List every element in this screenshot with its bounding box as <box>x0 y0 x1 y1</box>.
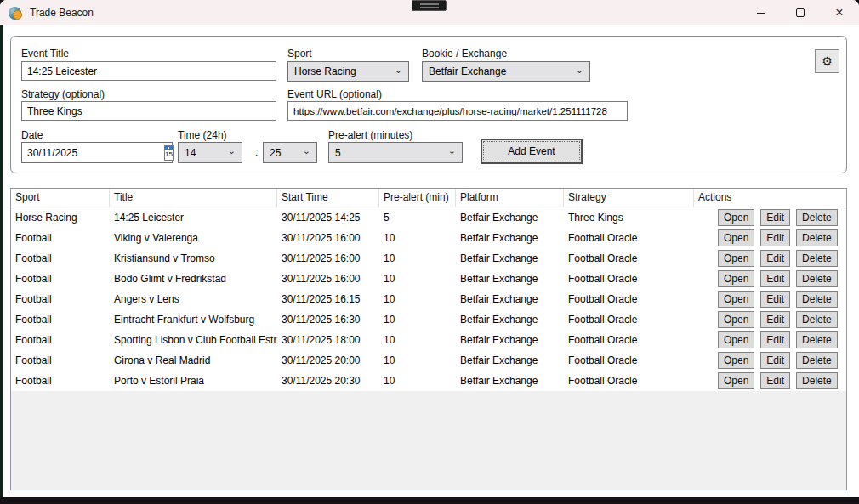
cell-prealert: 10 <box>379 334 456 346</box>
prealert-label: Pre-alert (minutes) <box>328 129 412 141</box>
column-header-strategy[interactable]: Strategy <box>564 189 694 207</box>
screen-share-handle[interactable] <box>412 0 447 11</box>
edit-button[interactable]: Edit <box>760 250 790 267</box>
cell-strategy: Football Oracle <box>564 375 694 387</box>
cell-title: Kristiansund v Tromso <box>110 252 277 264</box>
cell-actions: Open Edit Delete <box>694 248 846 269</box>
open-button[interactable]: Open <box>718 372 754 389</box>
delete-button[interactable]: Delete <box>796 352 838 369</box>
cell-platform: Betfair Exchange <box>456 273 564 285</box>
bookie-select[interactable]: Betfair Exchange ⌄ <box>422 61 590 82</box>
edit-button[interactable]: Edit <box>760 331 790 348</box>
column-header-prealert[interactable]: Pre-alert (min) <box>379 189 456 207</box>
cell-platform: Betfair Exchange <box>456 354 564 366</box>
cell-sport: Football <box>11 293 110 305</box>
table-row: Football Sporting Lisbon v Club Football… <box>11 330 846 350</box>
delete-button[interactable]: Delete <box>796 250 838 267</box>
cell-actions: Open Edit Delete <box>694 289 846 309</box>
edit-button[interactable]: Edit <box>760 291 790 308</box>
hour-select[interactable]: 14 ⌄ <box>178 142 242 163</box>
table-row: Football Angers v Lens 30/11/2025 16:15 … <box>11 289 846 309</box>
column-header-title[interactable]: Title <box>110 189 277 207</box>
column-header-platform[interactable]: Platform <box>456 189 564 207</box>
date-input[interactable] <box>22 143 164 162</box>
edit-button[interactable]: Edit <box>760 311 790 328</box>
column-header-start-time[interactable]: Start Time <box>277 189 379 207</box>
cell-sport: Football <box>11 354 110 366</box>
delete-button[interactable]: Delete <box>796 209 838 226</box>
delete-button[interactable]: Delete <box>796 270 838 287</box>
table-row: Football Eintracht Frankfurt v Wolfsburg… <box>11 309 846 330</box>
delete-button[interactable]: Delete <box>796 311 838 328</box>
chevron-down-icon: ⌄ <box>448 146 456 156</box>
cell-title: Viking v Valerenga <box>110 232 277 244</box>
add-event-button[interactable]: Add Event <box>481 139 583 164</box>
cell-actions: Open Edit Delete <box>694 330 846 350</box>
strategy-label: Strategy (optional) <box>21 88 105 100</box>
maximize-button[interactable] <box>781 0 820 25</box>
cell-start-time: 30/11/2025 16:30 <box>277 314 379 326</box>
prealert-select-value: 5 <box>335 147 341 159</box>
cell-start-time: 30/11/2025 16:00 <box>277 273 379 285</box>
delete-button[interactable]: Delete <box>796 229 838 246</box>
minute-select[interactable]: 25 ⌄ <box>263 142 317 163</box>
add-event-form: Event Title Sport Horse Racing ⌄ Bookie … <box>10 36 847 173</box>
date-picker[interactable]: 15 <box>21 142 173 163</box>
cell-sport: Football <box>11 273 110 285</box>
event-title-input[interactable] <box>21 61 276 81</box>
column-header-sport[interactable]: Sport <box>11 189 110 207</box>
open-button[interactable]: Open <box>718 250 754 267</box>
edit-button[interactable]: Edit <box>760 372 790 389</box>
time-separator: : <box>255 146 258 158</box>
table-row: Football Bodo Glimt v Fredrikstad 30/11/… <box>11 269 846 289</box>
cell-start-time: 30/11/2025 18:00 <box>277 334 379 346</box>
delete-button[interactable]: Delete <box>796 331 838 348</box>
settings-button[interactable]: ⚙ <box>815 49 839 73</box>
open-button[interactable]: Open <box>718 291 754 308</box>
cell-platform: Betfair Exchange <box>456 232 564 244</box>
edit-button[interactable]: Edit <box>760 229 790 246</box>
open-button[interactable]: Open <box>718 209 754 226</box>
cell-sport: Horse Racing <box>11 212 110 224</box>
open-button[interactable]: Open <box>718 311 754 328</box>
cell-title: Girona v Real Madrid <box>110 354 277 366</box>
open-button[interactable]: Open <box>718 229 754 246</box>
edit-button[interactable]: Edit <box>760 270 790 287</box>
edit-button[interactable]: Edit <box>760 352 790 369</box>
event-url-input[interactable] <box>287 101 628 121</box>
cell-platform: Betfair Exchange <box>456 212 564 224</box>
open-button[interactable]: Open <box>718 331 754 348</box>
maximize-icon <box>796 8 805 17</box>
strategy-input[interactable] <box>21 101 276 121</box>
cell-start-time: 30/11/2025 20:30 <box>277 375 379 387</box>
chevron-down-icon: ⌄ <box>395 65 402 75</box>
cell-title: Angers v Lens <box>110 293 277 305</box>
cell-actions: Open Edit Delete <box>694 269 846 289</box>
edit-button[interactable]: Edit <box>760 209 790 226</box>
open-button[interactable]: Open <box>718 270 754 287</box>
calendar-icon[interactable]: 15 <box>164 145 174 161</box>
cell-prealert: 10 <box>379 273 456 285</box>
cell-platform: Betfair Exchange <box>456 293 564 305</box>
cell-strategy: Football Oracle <box>564 232 694 244</box>
column-header-actions[interactable]: Actions <box>694 189 846 207</box>
cell-start-time: 30/11/2025 16:00 <box>277 232 379 244</box>
event-url-label: Event URL (optional) <box>287 88 382 100</box>
table-row: Horse Racing 14:25 Leicester 30/11/2025 … <box>11 207 846 228</box>
cell-prealert: 5 <box>379 212 456 224</box>
cell-actions: Open Edit Delete <box>694 309 846 330</box>
table-row: Football Viking v Valerenga 30/11/2025 1… <box>11 228 846 248</box>
chevron-down-icon: ⌄ <box>303 146 310 156</box>
delete-button[interactable]: Delete <box>796 372 838 389</box>
cell-strategy: Football Oracle <box>564 354 694 366</box>
delete-button[interactable]: Delete <box>796 291 838 308</box>
close-button[interactable]: × <box>820 0 859 25</box>
events-table: Sport Title Start Time Pre-alert (min) P… <box>10 188 847 490</box>
handle-line <box>420 3 439 5</box>
open-button[interactable]: Open <box>718 352 754 369</box>
sport-select[interactable]: Horse Racing ⌄ <box>287 61 409 82</box>
cell-prealert: 10 <box>379 314 456 326</box>
minimize-button[interactable] <box>742 0 781 25</box>
prealert-select[interactable]: 5 ⌄ <box>328 142 463 163</box>
table-row: Football Porto v Estoril Praia 30/11/202… <box>11 371 846 391</box>
